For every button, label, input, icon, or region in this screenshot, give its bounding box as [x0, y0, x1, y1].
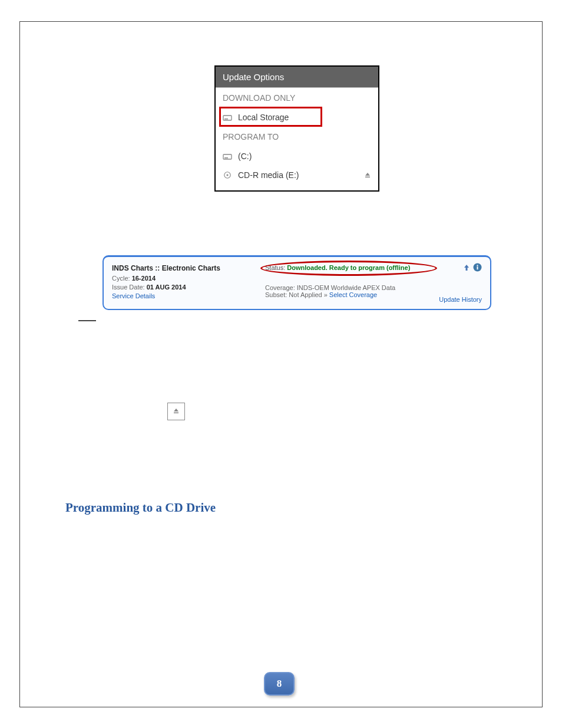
svg-rect-1: [224, 118, 228, 120]
program-to-label: PROGRAM TO: [216, 127, 378, 147]
info-icon[interactable]: [473, 263, 482, 273]
coverage-line: Coverage: INDS-OEM Worldwide APEX Data: [265, 284, 423, 291]
local-storage-option[interactable]: Local Storage: [216, 108, 378, 127]
svg-rect-3: [224, 157, 228, 159]
cycle-label: Cycle:: [112, 275, 132, 282]
service-details-link[interactable]: Service Details: [112, 292, 265, 299]
upload-icon[interactable]: [462, 263, 471, 273]
cdr-option[interactable]: CD-R media (E:): [216, 166, 378, 185]
disc-icon: [223, 171, 232, 179]
eject-icon: [173, 406, 180, 417]
update-options-panel: Update Options DOWNLOAD ONLY Local Stora…: [214, 65, 379, 192]
subset-prefix: Subset: Not Applied »: [265, 291, 329, 298]
status-left-block: INDS Charts :: Electronic Charts Cycle: …: [112, 264, 265, 303]
svg-rect-2: [223, 154, 232, 159]
status-banner: INDS Charts :: Electronic Charts Cycle: …: [103, 255, 491, 310]
status-right-block: Update History: [423, 264, 482, 303]
update-options-title: Update Options: [216, 67, 378, 88]
status-prefix: Status:: [265, 264, 287, 271]
subset-line: Subset: Not Applied » Select Coverage: [265, 291, 423, 298]
status-mid-block: Status: Downloaded. Ready to program (of…: [265, 264, 423, 303]
drive-icon: [223, 113, 232, 121]
drive-c-label: (C:): [238, 151, 252, 161]
eject-icon[interactable]: [364, 172, 371, 179]
download-only-label: DOWNLOAD ONLY: [216, 88, 378, 108]
cdr-label: CD-R media (E:): [238, 170, 299, 180]
status-line: Status: Downloaded. Ready to program (of…: [265, 264, 423, 271]
page-number-badge: 8: [264, 672, 295, 696]
status-value: Downloaded. Ready to program (offline): [287, 264, 410, 271]
svg-rect-9: [477, 265, 478, 266]
local-storage-label: Local Storage: [238, 113, 289, 122]
svg-rect-10: [174, 413, 178, 414]
spacer: [216, 185, 378, 190]
underline-mark: [78, 320, 96, 321]
drive-c-option[interactable]: (C:): [216, 147, 378, 166]
chart-title: INDS Charts :: Electronic Charts: [112, 264, 265, 272]
drive-icon: [223, 152, 232, 160]
issue-value: 01 AUG 2014: [147, 284, 186, 291]
eject-icon-box: [167, 403, 185, 420]
select-coverage-link[interactable]: Select Coverage: [329, 291, 377, 298]
cycle-line: Cycle: 16-2014: [112, 275, 265, 282]
update-history-link[interactable]: Update History: [439, 296, 482, 303]
cycle-value: 16-2014: [132, 275, 156, 282]
issue-line: Issue Date: 01 AUG 2014: [112, 284, 265, 291]
svg-rect-0: [223, 116, 232, 120]
svg-rect-8: [477, 266, 478, 269]
svg-rect-6: [365, 177, 370, 178]
section-heading: Programming to a CD Drive: [65, 500, 216, 515]
issue-label: Issue Date:: [112, 284, 147, 291]
svg-point-5: [226, 174, 228, 176]
